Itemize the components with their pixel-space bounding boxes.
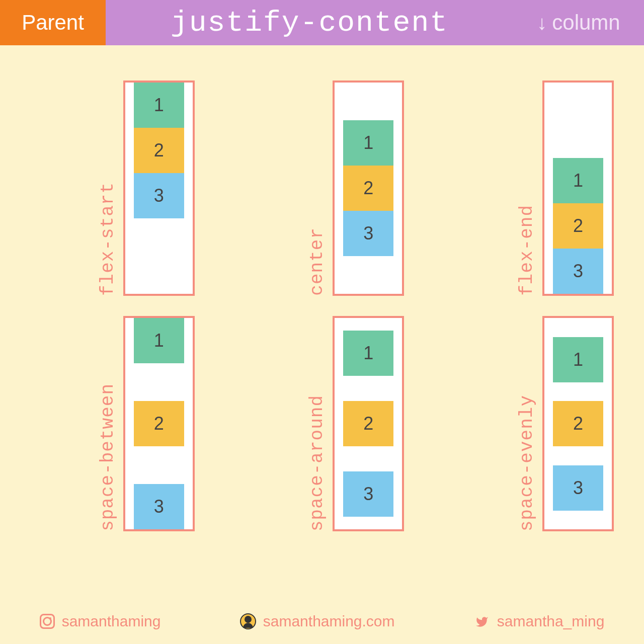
flex-item-3: 3 (553, 465, 603, 511)
example-space-evenly: space-evenly 1 2 3 (490, 316, 614, 531)
flex-item-1: 1 (343, 120, 393, 166)
label-flex-end: flex-end (517, 205, 537, 296)
avatar-icon (240, 613, 256, 629)
flex-item-1: 1 (343, 331, 393, 376)
container-center: 1 2 3 (333, 80, 404, 296)
flex-item-3: 3 (553, 249, 603, 294)
twitter-handle: samantha_ming (497, 613, 604, 630)
flex-item-3: 3 (343, 471, 393, 517)
container-flex-end: 1 2 3 (542, 80, 614, 296)
container-space-around: 1 2 3 (333, 316, 404, 531)
header-direction-label: column (552, 11, 620, 35)
label-space-between: space-between (98, 383, 118, 531)
flex-item-3: 3 (134, 484, 184, 529)
flex-item-2: 2 (553, 203, 603, 249)
label-space-around: space-around (307, 395, 328, 531)
flex-item-1: 1 (553, 337, 603, 382)
container-flex-start: 1 2 3 (123, 80, 195, 296)
header-parent-badge: Parent (0, 0, 106, 45)
footer-instagram: samanthaming (40, 613, 161, 630)
footer-website: samanthaming.com (240, 613, 395, 630)
header-direction: ↓ column (513, 0, 644, 45)
example-flex-start: flex-start 1 2 3 (15, 80, 195, 296)
header-title: justify-content (106, 0, 513, 45)
flex-item-3: 3 (134, 173, 184, 218)
flex-item-2: 2 (343, 401, 393, 446)
flex-item-2: 2 (134, 401, 184, 446)
examples-grid: flex-start 1 2 3 center 1 2 3 flex-end 1… (0, 45, 644, 551)
header: Parent justify-content ↓ column (0, 0, 644, 45)
example-flex-end: flex-end 1 2 3 (434, 80, 614, 296)
flex-item-1: 1 (134, 318, 184, 363)
example-space-between: space-between 1 2 3 (70, 316, 195, 531)
container-space-between: 1 2 3 (123, 316, 195, 531)
website-url: samanthaming.com (263, 613, 395, 630)
flex-item-1: 1 (134, 83, 184, 128)
footer-twitter: samantha_ming (474, 613, 604, 630)
instagram-icon (40, 614, 55, 629)
label-center: center (307, 227, 328, 296)
label-space-evenly: space-evenly (517, 395, 537, 531)
footer: samanthaming samanthaming.com samantha_m… (0, 613, 644, 630)
flex-item-2: 2 (343, 166, 393, 211)
twitter-icon (474, 615, 490, 628)
arrow-down-icon: ↓ (537, 12, 547, 34)
container-space-evenly: 1 2 3 (542, 316, 614, 531)
flex-item-1: 1 (553, 158, 603, 203)
example-center: center 1 2 3 (225, 80, 405, 296)
label-flex-start: flex-start (98, 182, 118, 296)
flex-item-3: 3 (343, 211, 393, 256)
instagram-handle: samanthaming (62, 613, 161, 630)
flex-item-2: 2 (134, 128, 184, 173)
flex-item-2: 2 (553, 401, 603, 446)
example-space-around: space-around 1 2 3 (280, 316, 405, 531)
